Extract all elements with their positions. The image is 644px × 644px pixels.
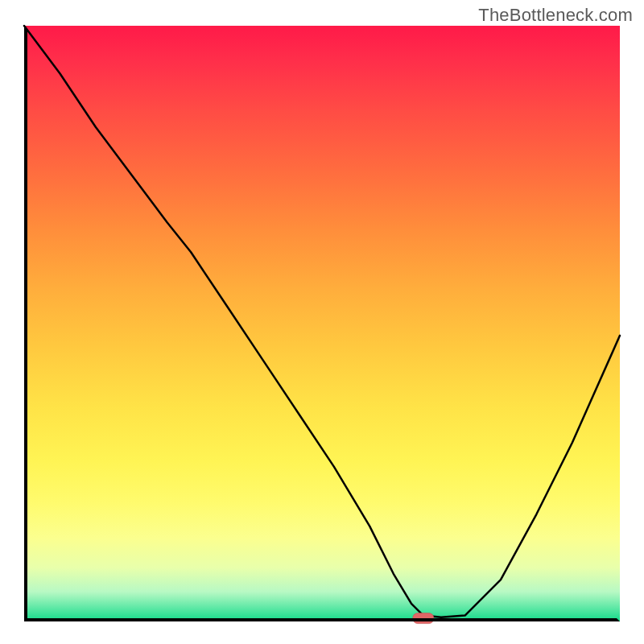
bottleneck-curve	[24, 26, 620, 617]
plot-area	[24, 26, 620, 621]
minimum-marker	[413, 613, 434, 624]
chart-root: TheBottleneck.com	[0, 0, 644, 644]
source-watermark: TheBottleneck.com	[478, 5, 633, 26]
curve-svg	[24, 26, 620, 621]
